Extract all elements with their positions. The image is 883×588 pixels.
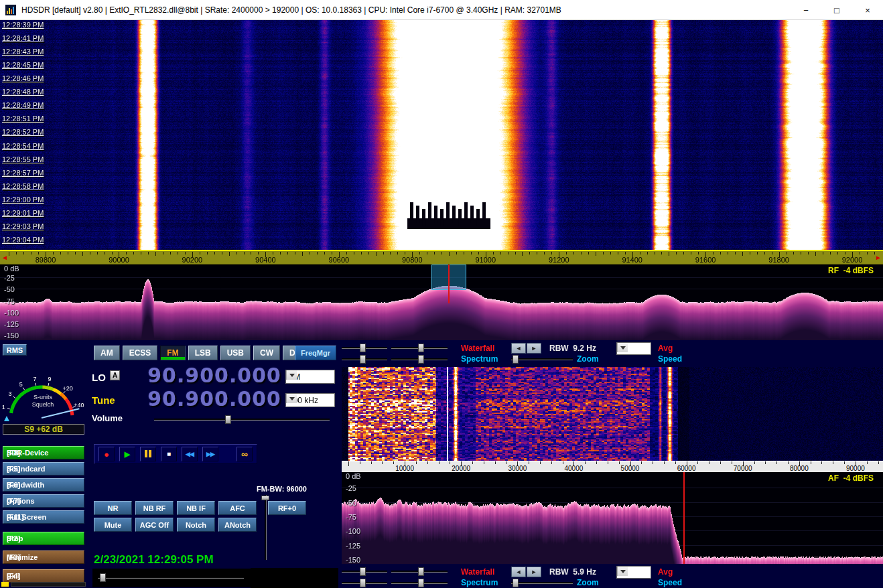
record-button[interactable]: ● xyxy=(98,447,115,461)
ruler-tick xyxy=(669,252,669,256)
dsp-button-nr[interactable]: NR xyxy=(94,501,132,515)
dsp-button-nb-rf[interactable]: NB RF xyxy=(135,501,174,515)
mode-button-fm[interactable]: FM xyxy=(160,346,185,360)
tune-frequency[interactable]: 90.900.000 xyxy=(124,387,281,411)
waterfall-scroll-right-button[interactable]: ► xyxy=(527,343,541,354)
waterfall-scroll-right-button[interactable]: ► xyxy=(527,567,541,577)
dropdown-arrow-icon[interactable] xyxy=(286,394,297,403)
slider-handle[interactable] xyxy=(360,567,366,576)
rewind-button[interactable]: ◀◀ xyxy=(182,447,198,461)
af-spectrum-panel[interactable]: 0 dB-25-50-75-100-125-150 AF -4 dBFS xyxy=(342,472,883,564)
button-bandwidth[interactable]: Bandwidth[F6] xyxy=(3,478,84,492)
af-waterfall[interactable] xyxy=(342,367,883,461)
slider-handle[interactable] xyxy=(513,355,519,364)
ruler-tick xyxy=(544,252,545,254)
s-meter[interactable] xyxy=(0,347,87,422)
ruler-tick xyxy=(698,252,699,254)
close-button[interactable]: × xyxy=(852,0,883,20)
ruler-tick xyxy=(793,252,794,254)
ruler-tick xyxy=(742,252,743,256)
ruler-tick xyxy=(585,461,586,464)
waterfall-scroll-left-button[interactable]: ◄ xyxy=(511,343,526,354)
af-b1-slider[interactable] xyxy=(342,567,387,576)
maximize-button[interactable]: □ xyxy=(821,0,852,20)
rf-gain-button[interactable]: RF+0 xyxy=(268,501,306,515)
af-frequency-ruler[interactable]: 1000020000300004000050000600007000080000… xyxy=(342,461,883,472)
button-stop[interactable]: Stop[F2] xyxy=(3,532,84,545)
playback-position-slider[interactable] xyxy=(98,573,244,582)
play-button[interactable]: ▶ xyxy=(119,447,135,461)
ruler-tick xyxy=(493,252,494,254)
ruler-scroll-right-icon[interactable]: ► xyxy=(875,254,882,261)
ruler-tick xyxy=(229,252,230,256)
tune-bandwidth-select[interactable]: 200 kHz xyxy=(285,393,335,407)
slider-handle[interactable] xyxy=(418,355,424,364)
button-soundcard[interactable]: Soundcard[F5] xyxy=(3,462,84,475)
dsp-button-notch[interactable]: Notch xyxy=(177,518,215,532)
volume-slider[interactable] xyxy=(154,415,330,424)
dropdown-arrow-icon[interactable] xyxy=(286,370,297,380)
stop-playback-button[interactable]: ■ xyxy=(161,447,177,461)
avg-select[interactable]: 1 xyxy=(616,342,651,355)
af-bz-slider[interactable] xyxy=(511,579,573,587)
slider-handle[interactable] xyxy=(418,344,424,352)
ruler-tick xyxy=(16,252,17,254)
mode-button-lsb[interactable]: LSB xyxy=(188,346,218,360)
ruler-tick xyxy=(647,252,648,254)
dsp-button-agc-off[interactable]: AGC Off xyxy=(135,518,174,532)
rf-frequency-ruler[interactable]: ◄ ► 898009000090200904009060090800910009… xyxy=(0,250,883,265)
waterfall-scroll-left-button[interactable]: ◄ xyxy=(511,567,526,577)
af-t4-slider[interactable] xyxy=(391,355,448,364)
antenna-a-button[interactable]: A xyxy=(110,370,120,380)
db-scale-label: 0 dB xyxy=(346,472,361,480)
slider-handle[interactable] xyxy=(418,567,424,576)
button-options[interactable]: Options[F7] xyxy=(3,494,84,508)
af-b2-slider[interactable] xyxy=(391,567,448,576)
lo-mode-select[interactable]: FM xyxy=(285,370,335,384)
fast-forward-button[interactable]: ▶▶ xyxy=(202,447,218,461)
button-sdr-device[interactable]: SDR-Device[F8] xyxy=(3,446,84,459)
avg-select[interactable]: 1 xyxy=(616,566,651,579)
loop-button[interactable]: ∞ xyxy=(236,447,253,461)
mode-button-ecss[interactable]: ECSS xyxy=(123,346,158,360)
af-tz-slider[interactable] xyxy=(511,355,573,364)
db-scale-label: 0 dB xyxy=(4,265,19,273)
af-t1-slider[interactable] xyxy=(342,344,387,352)
slider-handle[interactable] xyxy=(513,579,519,587)
dsp-button-mute[interactable]: Mute xyxy=(94,518,132,532)
ruler-scroll-left-icon[interactable]: ◄ xyxy=(1,254,8,261)
ruler-tick xyxy=(808,252,809,254)
slider-handle[interactable] xyxy=(360,344,366,352)
slider-handle[interactable] xyxy=(360,579,366,587)
ruler-tick xyxy=(661,252,662,254)
pause-button[interactable] xyxy=(140,447,156,461)
rf-spectrum-panel[interactable]: 0 dB-25-50-75-100-125-150 RF -4 dBFS xyxy=(0,265,883,340)
speed-label: Speed xyxy=(658,354,682,364)
mode-button-am[interactable]: AM xyxy=(94,346,120,360)
af-t3-slider[interactable] xyxy=(342,355,387,364)
freqmgr-button[interactable]: FreqMgr xyxy=(295,346,336,360)
lo-frequency[interactable]: 90.900.000 xyxy=(124,364,281,387)
af-b3-slider[interactable] xyxy=(342,579,387,587)
minimize-button[interactable]: − xyxy=(791,0,821,20)
slider-handle[interactable] xyxy=(418,579,424,587)
titlebar[interactable]: HDSDR [default] v2.80 | ExtIO_RTL2832.dl… xyxy=(0,0,883,20)
button-exit[interactable]: Exit[F4] xyxy=(3,569,84,583)
mode-button-usb[interactable]: USB xyxy=(220,346,251,360)
af-b4-slider[interactable] xyxy=(391,579,448,587)
slider-handle[interactable] xyxy=(360,355,366,364)
mode-button-cw[interactable]: CW xyxy=(253,346,280,360)
dsp-button-anotch[interactable]: ANotch xyxy=(218,518,257,532)
ruler-frequency-label: 90000 xyxy=(109,256,129,264)
dsp-button-nb-if[interactable]: NB IF xyxy=(177,501,215,515)
dsp-button-afc[interactable]: AFC xyxy=(218,501,257,515)
button-minimize[interactable]: Minimize[F3] xyxy=(3,550,84,564)
dropdown-arrow-icon[interactable] xyxy=(617,567,628,576)
af-t2-slider[interactable] xyxy=(391,344,448,352)
af-spectrum-plot[interactable] xyxy=(342,472,883,564)
ruler-tick xyxy=(348,461,349,466)
db-scale-label: -100 xyxy=(4,309,19,317)
button-full-screen[interactable]: Full Screen[F11] xyxy=(3,510,84,524)
dropdown-arrow-icon[interactable] xyxy=(617,343,628,352)
rf-waterfall[interactable] xyxy=(0,20,883,250)
